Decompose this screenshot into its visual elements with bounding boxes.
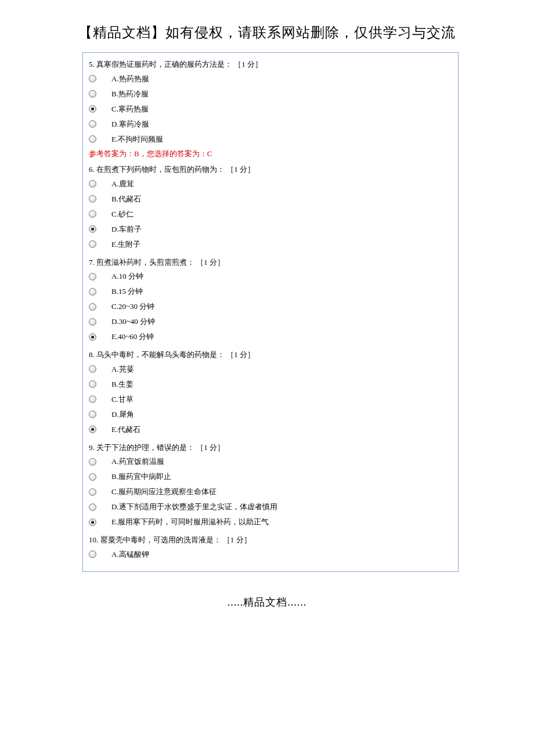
option-row[interactable]: A.高锰酸钾: [89, 547, 452, 562]
radio-icon[interactable]: [89, 225, 96, 233]
option-row[interactable]: D.车前子: [89, 222, 452, 237]
option-label: A.鹿茸: [111, 178, 134, 190]
option-label: C.寒药热服: [111, 103, 149, 115]
option-row[interactable]: A.热药热服: [89, 71, 452, 87]
question-body: 在煎煮下列药物时，应包煎的药物为：: [96, 165, 225, 174]
radio-icon[interactable]: [89, 120, 96, 128]
question-body: 罂粟壳中毒时，可选用的洗胃液是：: [100, 535, 221, 544]
question-block: 8. 乌头中毒时，不能解乌头毒的药物是： ［1 分］A.芫荽B.生姜C.甘草D.…: [89, 348, 452, 437]
option-label: E.代赭石: [111, 424, 140, 435]
question-text: 5. 真寒假热证服药时，正确的服药方法是： ［1 分］: [89, 57, 452, 71]
question-text: 10. 罂粟壳中毒时，可选用的洗胃液是： ［1 分］: [89, 533, 452, 547]
option-label: D.逐下剂适用于水饮壅盛于里之实证，体虚者慎用: [111, 501, 277, 513]
question-points: ［1 分］: [196, 443, 225, 452]
option-row[interactable]: E.不拘时间频服: [89, 132, 452, 147]
option-row[interactable]: B.生姜: [89, 377, 452, 392]
radio-icon[interactable]: [89, 273, 96, 280]
radio-icon[interactable]: [89, 380, 96, 388]
radio-icon[interactable]: [89, 288, 96, 296]
question-body: 乌头中毒时，不能解乌头毒的药物是：: [96, 350, 225, 359]
question-points: ［1 分］: [226, 350, 255, 359]
option-label: A.高锰酸钾: [111, 549, 149, 560]
radio-icon[interactable]: [89, 458, 96, 466]
option-label: A.热药热服: [111, 73, 149, 85]
option-row[interactable]: A.鹿茸: [89, 177, 452, 192]
radio-icon[interactable]: [89, 210, 96, 218]
option-row[interactable]: C.砂仁: [89, 207, 452, 222]
radio-icon[interactable]: [89, 318, 96, 326]
radio-icon[interactable]: [89, 105, 96, 113]
option-row[interactable]: C.甘草: [89, 392, 452, 407]
question-number: 10.: [89, 535, 98, 544]
option-row[interactable]: A.芫荽: [89, 362, 452, 377]
question-points: ［1 分］: [226, 165, 255, 174]
question-text: 8. 乌头中毒时，不能解乌头毒的药物是： ［1 分］: [89, 348, 452, 362]
question-block: 6. 在煎煮下列药物时，应包煎的药物为： ［1 分］A.鹿茸B.代赭石C.砂仁D…: [89, 163, 452, 252]
option-label: C.20~30 分钟: [111, 301, 154, 312]
option-label: D.车前子: [111, 224, 142, 235]
page-footer: .....精品文档......: [0, 595, 534, 609]
question-points: ［1 分］: [234, 60, 262, 69]
question-number: 7.: [89, 258, 95, 267]
option-row[interactable]: A.药宜饭前温服: [89, 454, 452, 469]
radio-icon[interactable]: [89, 411, 96, 418]
radio-icon[interactable]: [89, 240, 96, 248]
question-text: 6. 在煎煮下列药物时，应包煎的药物为： ［1 分］: [89, 163, 452, 177]
question-points: ［1 分］: [196, 258, 225, 267]
quiz-content-box: 5. 真寒假热证服药时，正确的服药方法是： ［1 分］A.热药热服B.热药冷服C…: [82, 52, 459, 572]
option-row[interactable]: B.热药冷服: [89, 87, 452, 102]
option-row[interactable]: B.代赭石: [89, 192, 452, 207]
option-label: A.药宜饭前温服: [111, 456, 164, 467]
option-label: D.寒药冷服: [111, 118, 149, 130]
question-block: 5. 真寒假热证服药时，正确的服药方法是： ［1 分］A.热药热服B.热药冷服C…: [89, 57, 452, 159]
option-row[interactable]: E.服用寒下药时，可同时服用滋补药，以助正气: [89, 514, 452, 530]
option-row[interactable]: E.40~60 分钟: [89, 329, 452, 344]
radio-icon[interactable]: [89, 195, 96, 203]
option-row[interactable]: A.10 分钟: [89, 269, 452, 284]
option-row[interactable]: D.逐下剂适用于水饮壅盛于里之实证，体虚者慎用: [89, 499, 452, 514]
page-header: 【精品文档】如有侵权，请联系网站删除，仅供学习与交流: [0, 23, 534, 42]
question-block: 10. 罂粟壳中毒时，可选用的洗胃液是： ［1 分］A.高锰酸钾: [89, 533, 452, 562]
option-row[interactable]: C.服药期间应注意观察生命体征: [89, 484, 452, 499]
option-row[interactable]: C.20~30 分钟: [89, 299, 452, 314]
option-label: C.甘草: [111, 394, 134, 405]
option-label: E.40~60 分钟: [111, 331, 154, 343]
option-label: E.服用寒下药时，可同时服用滋补药，以助正气: [111, 516, 269, 528]
option-row[interactable]: D.犀角: [89, 407, 452, 422]
question-body: 真寒假热证服药时，正确的服药方法是：: [96, 60, 232, 69]
question-number: 5.: [89, 60, 95, 69]
radio-icon[interactable]: [89, 395, 96, 403]
radio-icon[interactable]: [89, 333, 96, 341]
option-row[interactable]: B.15 分钟: [89, 284, 452, 299]
question-number: 6.: [89, 165, 95, 174]
question-number: 8.: [89, 350, 95, 359]
option-row[interactable]: E.代赭石: [89, 422, 452, 437]
option-row[interactable]: D.寒药冷服: [89, 117, 452, 132]
radio-icon[interactable]: [89, 180, 96, 188]
radio-icon[interactable]: [89, 503, 96, 511]
radio-icon[interactable]: [89, 90, 96, 98]
radio-icon[interactable]: [89, 519, 96, 526]
option-label: B.生姜: [111, 379, 134, 390]
option-row[interactable]: D.30~40 分钟: [89, 314, 452, 329]
question-body: 关于下法的护理，错误的是：: [96, 443, 194, 452]
option-label: B.15 分钟: [111, 286, 143, 297]
option-row[interactable]: B.服药宜中病即止: [89, 469, 452, 484]
radio-icon[interactable]: [89, 303, 96, 311]
option-label: C.服药期间应注意观察生命体征: [111, 486, 217, 498]
radio-icon[interactable]: [89, 426, 96, 433]
option-label: B.代赭石: [111, 193, 141, 205]
radio-icon[interactable]: [89, 473, 96, 481]
radio-icon[interactable]: [89, 135, 96, 143]
option-label: C.砂仁: [111, 208, 134, 220]
radio-icon[interactable]: [89, 550, 96, 558]
radio-icon[interactable]: [89, 488, 96, 496]
radio-icon[interactable]: [89, 75, 96, 82]
option-row[interactable]: C.寒药热服: [89, 102, 452, 117]
question-text: 7. 煎煮滋补药时，头煎需煎煮： ［1 分］: [89, 255, 452, 269]
option-label: A.10 分钟: [111, 271, 143, 282]
option-row[interactable]: E.生附子: [89, 237, 452, 252]
radio-icon[interactable]: [89, 365, 96, 373]
question-body: 煎煮滋补药时，头煎需煎煮：: [96, 258, 194, 267]
question-points: ［1 分］: [223, 535, 251, 544]
